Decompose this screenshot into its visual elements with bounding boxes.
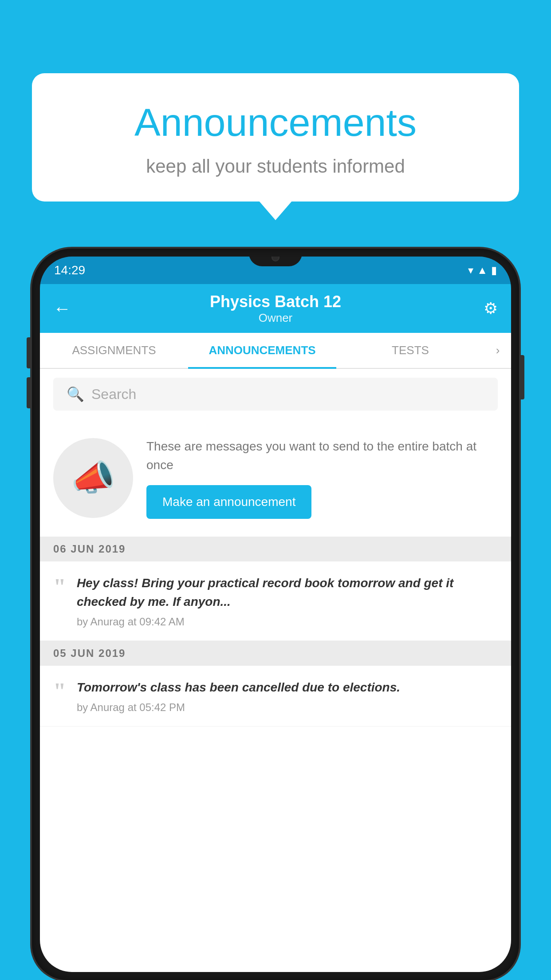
search-placeholder: Search [91, 386, 136, 403]
wifi-icon: ▾ [468, 264, 473, 277]
back-button[interactable]: ← [53, 299, 71, 319]
battery-icon: ▮ [491, 264, 497, 277]
settings-button[interactable]: ⚙ [484, 299, 498, 318]
tabs-container: ASSIGNMENTS ANNOUNCEMENTS TESTS › [40, 333, 511, 369]
status-icons: ▾ ▲ ▮ [468, 264, 497, 277]
batch-role: Owner [210, 311, 341, 325]
announcement-message-2: Tomorrow's class has been cancelled due … [77, 678, 498, 697]
phone-screen: 🔍 Search 📣 These are messages you want t… [40, 369, 511, 972]
batch-name: Physics Batch 12 [210, 292, 341, 311]
announcement-description: These are messages you want to send to t… [146, 437, 498, 474]
announcement-info: These are messages you want to send to t… [146, 437, 498, 519]
speech-bubble-card: Announcements keep all your students inf… [32, 73, 519, 202]
tab-assignments[interactable]: ASSIGNMENTS [40, 333, 188, 368]
notch [249, 257, 302, 266]
search-icon: 🔍 [67, 386, 84, 403]
volume-down-button [27, 377, 32, 408]
header-title-section: Physics Batch 12 Owner [210, 292, 341, 325]
app-header: ← Physics Batch 12 Owner ⚙ [40, 284, 511, 333]
bubble-title: Announcements [59, 100, 492, 145]
quote-icon-1: " [53, 576, 66, 599]
announcement-empty-state: 📣 These are messages you want to send to… [40, 419, 511, 537]
search-container: 🔍 Search [40, 369, 511, 419]
announcement-item-2[interactable]: " Tomorrow's class has been cancelled du… [40, 666, 511, 727]
megaphone-circle: 📣 [53, 438, 133, 518]
status-time: 14:29 [54, 263, 85, 277]
quote-icon-2: " [53, 680, 66, 703]
speech-bubble-section: Announcements keep all your students inf… [32, 73, 519, 202]
tab-announcements[interactable]: ANNOUNCEMENTS [188, 333, 336, 368]
date-divider-1: 06 JUN 2019 [40, 537, 511, 561]
volume-up-button [27, 337, 32, 368]
announcement-meta-1: by Anurag at 09:42 AM [77, 616, 498, 628]
camera [272, 257, 279, 261]
date-divider-2: 05 JUN 2019 [40, 641, 511, 666]
announcement-message-1: Hey class! Bring your practical record b… [77, 574, 498, 611]
megaphone-icon: 📣 [71, 457, 115, 499]
phone-outer: 14:29 ▾ ▲ ▮ ← Physics Batch 12 Owner ⚙ [32, 249, 519, 980]
tab-more[interactable]: › [484, 333, 511, 368]
bubble-subtitle: keep all your students informed [59, 156, 492, 177]
power-button [519, 355, 524, 399]
status-bar: 14:29 ▾ ▲ ▮ [40, 257, 511, 284]
search-bar[interactable]: 🔍 Search [53, 378, 498, 411]
phone-mockup: 14:29 ▾ ▲ ▮ ← Physics Batch 12 Owner ⚙ [32, 249, 519, 980]
announcement-meta-2: by Anurag at 05:42 PM [77, 701, 498, 714]
tab-tests[interactable]: TESTS [336, 333, 484, 368]
announcement-text-1: Hey class! Bring your practical record b… [77, 574, 498, 628]
make-announcement-button[interactable]: Make an announcement [146, 485, 311, 519]
phone-inner: 14:29 ▾ ▲ ▮ ← Physics Batch 12 Owner ⚙ [40, 257, 511, 972]
announcement-text-2: Tomorrow's class has been cancelled due … [77, 678, 498, 714]
signal-icon: ▲ [477, 264, 488, 277]
announcement-item-1[interactable]: " Hey class! Bring your practical record… [40, 561, 511, 641]
